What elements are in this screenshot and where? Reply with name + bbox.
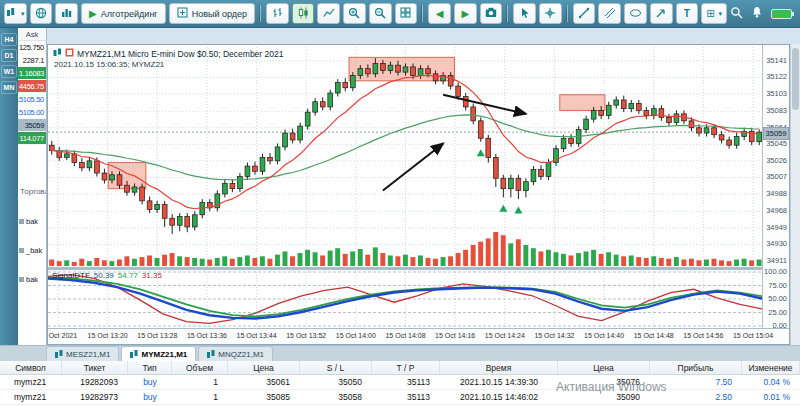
market-watch-panel: Ask 125.7502287.11.160834456.7515105.501… (18, 28, 47, 345)
chart-tab-mymz21m1[interactable]: MYMZ21,M1 (121, 346, 196, 361)
position-cell: 35085 (228, 390, 300, 404)
time-axis-label: 15 Oct 14:56 (676, 332, 730, 339)
column-header-1[interactable]: Символ (0, 361, 62, 374)
tile-windows-button[interactable] (395, 3, 418, 24)
column-header-4[interactable]: Объем (172, 361, 228, 374)
position-row[interactable]: mymz2119282973buy13508535058351132021.10… (0, 390, 800, 405)
scroll-right-button[interactable]: ▶ (454, 3, 477, 24)
chart-window[interactable]: MYMZ21,M1 Micro E-mini Dow $0.50; Decemb… (47, 44, 790, 345)
arrow-object-button[interactable] (650, 3, 673, 24)
market-watch-row[interactable]: 2287.1 (18, 54, 46, 67)
market-watch-row[interactable]: 35059 (18, 119, 46, 132)
time-axis-label: 15 Oct 14:08 (379, 332, 433, 339)
candlestick-chart[interactable] (48, 45, 763, 330)
time-axis-label: 15 Oct 13:36 (180, 332, 234, 339)
ellipse-icon (629, 7, 642, 21)
windows-activation-watermark: Активация Windows (556, 380, 667, 394)
position-cell: 35113 (372, 390, 440, 404)
indicator-label: SignalDTF 50.39 54.77 31.35 (52, 271, 162, 280)
column-header-5[interactable]: Цена (228, 361, 300, 374)
camera-icon (485, 7, 497, 20)
time-axis-label: 15 Oct 14:16 (428, 332, 482, 339)
column-header-3[interactable]: Тип (128, 361, 172, 374)
position-row[interactable]: mymz2119282093buy13506135050351132021.10… (0, 375, 800, 390)
line-chart-icon (323, 7, 335, 21)
toolbar-separator (507, 5, 508, 22)
toolbar-separator (567, 5, 568, 22)
new-order-button[interactable]: Новый ордер (169, 3, 255, 24)
timeframe-d1[interactable]: D1 (1, 49, 17, 62)
market-watch-button[interactable] (55, 3, 78, 24)
zoom-in-button[interactable] (343, 3, 366, 24)
cursor-tool-button[interactable] (513, 3, 536, 24)
timeframe-w1[interactable]: W1 (1, 65, 17, 78)
time-axis-label: 15 Oct 14:00 (329, 332, 383, 339)
market-watch-row[interactable]: 15105.00 (18, 106, 46, 119)
table-header: СимволТикетТипОбъемЦенаS / LT / PВремяЦе… (0, 361, 800, 375)
objects-list-button[interactable]: ⊞ ▾ (701, 3, 727, 24)
profiles-button[interactable] (30, 3, 53, 24)
column-header-7[interactable]: T / P (372, 361, 440, 374)
open-chart-button[interactable]: ▾ (4, 3, 27, 24)
position-cell: 1 (172, 390, 228, 404)
ellipse-tool-button[interactable] (624, 3, 647, 24)
tile-windows-icon (400, 7, 411, 20)
channel-tool-button[interactable] (598, 3, 621, 24)
oscillator-axis-tick: 50.00 (768, 295, 787, 303)
search-icon[interactable] (730, 5, 743, 23)
file-icon (19, 277, 24, 282)
candlestick-chart-icon (6, 7, 17, 20)
scrollbar-thumb[interactable] (792, 48, 799, 110)
column-header-8[interactable]: Время (440, 361, 558, 374)
timeframe-h4[interactable]: H4 (1, 33, 17, 46)
chart-tab-mesz21m1[interactable]: MESZ21,M1 (46, 346, 119, 361)
zoom-out-button[interactable] (369, 3, 392, 24)
algotrading-button[interactable]: ▶ Алготрейдинг (81, 3, 166, 24)
chart-type-candles-button[interactable] (292, 3, 315, 24)
text-tool-button[interactable]: T (676, 3, 699, 24)
position-cell: buy (128, 390, 172, 404)
column-header-10[interactable]: Прибыль (650, 361, 742, 374)
tab-label: MESZ21,M1 (66, 350, 110, 359)
timeframe-mn[interactable]: MN (1, 81, 17, 94)
chart-type-bars-button[interactable] (266, 3, 289, 24)
navigator-item[interactable]: bak (18, 215, 46, 227)
price-axis[interactable]: 3514135122351033508335064350453502635007… (762, 45, 789, 330)
time-axis-label: 15 Oct 14:32 (527, 332, 581, 339)
navigator-item[interactable]: bak (18, 273, 46, 285)
column-header-2[interactable]: Тикет (62, 361, 128, 374)
navigator-item[interactable]: _bak (18, 244, 46, 256)
time-axis-label: 15 Oct 14:24 (478, 332, 532, 339)
screenshot-button[interactable] (480, 3, 503, 24)
time-axis[interactable]: 15 Oct 202115 Oct 13:2015 Oct 13:2815 Oc… (48, 328, 789, 344)
crosshair-tool-button[interactable] (539, 3, 562, 24)
chart-tab-mnqz21m1[interactable]: MNQZ21,M1 (198, 346, 273, 361)
column-header-6[interactable]: S / L (300, 361, 372, 374)
window-scrollbar[interactable] (790, 44, 800, 345)
scroll-left-button[interactable]: ◀ (428, 3, 451, 24)
time-axis-label: 15 Oct 13:52 (279, 332, 333, 339)
channel-icon (604, 7, 616, 21)
chart-type-line-button[interactable] (317, 3, 340, 24)
column-header-11[interactable]: Изменение (742, 361, 800, 374)
price-axis-tick: 35122 (766, 73, 787, 81)
current-price-badge: 35059 (763, 127, 789, 140)
candles-icon (298, 7, 309, 21)
market-watch-row[interactable]: 4456.75 (18, 80, 46, 93)
market-watch-row[interactable]: 15105.50 (18, 93, 46, 106)
oscillator-axis-tick: 25.00 (768, 309, 787, 317)
tab-label: MYMZ21,M1 (141, 350, 187, 359)
market-watch-row[interactable]: 1.16083 (18, 67, 46, 80)
position-cell: buy (128, 375, 172, 389)
column-header-9[interactable]: Цена (558, 361, 650, 374)
market-watch-section-label[interactable]: Торговля (18, 185, 46, 198)
play-icon: ▶ (89, 9, 97, 19)
zoom-in-icon (348, 7, 360, 21)
trendline-tool-button[interactable] (573, 3, 596, 24)
price-axis-tick: 34968 (766, 207, 787, 215)
ohlc-bars-icon (272, 7, 283, 21)
arrow-right-icon: ▶ (461, 9, 469, 19)
market-watch-row[interactable]: 125.750 (18, 41, 46, 54)
market-watch-row[interactable]: 114.077 (18, 132, 46, 145)
notifications-bell-icon[interactable] (751, 5, 763, 23)
